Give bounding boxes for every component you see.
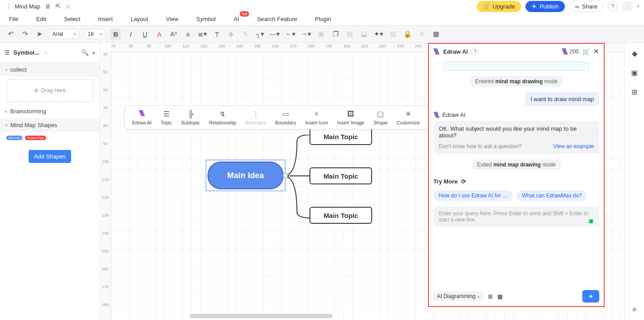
flt-boundary[interactable]: ▭Boundary — [271, 109, 301, 126]
ai-suggestion-1[interactable]: How do I use Edraw AI for … — [433, 190, 513, 201]
font-select[interactable]: Arial▾ — [49, 29, 79, 39]
effects-button[interactable]: ✦▾ — [374, 30, 383, 38]
cart-icon[interactable]: 🛒 — [582, 48, 590, 55]
export-icon[interactable]: ⇱ — [55, 3, 61, 10]
horizontal-scrollbar[interactable] — [190, 314, 333, 318]
template-icon[interactable]: ▦ — [497, 293, 503, 300]
ai-suggestion-2[interactable]: What can EdrawMax do? — [517, 190, 587, 201]
copy-button[interactable]: ❐ — [331, 30, 340, 38]
refresh-icon[interactable]: ⟳ — [461, 178, 466, 185]
save-icon[interactable]: 🗎 — [45, 3, 51, 10]
fill-button[interactable]: ◆ — [227, 30, 236, 38]
fill-tool-icon[interactable]: ◆ — [632, 49, 637, 58]
lock-icon[interactable]: 🔒 — [403, 30, 412, 38]
flt-insert-image[interactable]: 🖼Insert Image — [333, 109, 369, 126]
connector-style-button[interactable]: ┐▾ — [255, 30, 264, 38]
node-handle[interactable] — [283, 173, 288, 178]
pointer-icon[interactable]: ➤ — [35, 30, 44, 38]
flt-customize[interactable]: ✳Customize — [392, 109, 424, 126]
shape-main-idea[interactable]: Main Idea — [6, 136, 22, 140]
flt-edraw-ai[interactable]: Edraw AI — [127, 109, 156, 126]
share-button[interactable]: ∞Share — [569, 1, 603, 12]
help-icon[interactable]: ? — [608, 1, 618, 11]
undo-icon[interactable]: ↶ — [6, 30, 15, 38]
group-button[interactable]: ▣ — [317, 30, 326, 38]
menu-plugin[interactable]: Plugin — [315, 16, 331, 22]
flt-subtopic[interactable]: ╠Subtopic — [177, 109, 205, 126]
cursor-indicator — [589, 219, 593, 223]
back-icon[interactable]: 〈 — [4, 2, 10, 10]
menu-layout[interactable]: Layout — [131, 16, 148, 22]
chevron-double-icon[interactable]: » — [44, 51, 47, 55]
canvas[interactable]: 7080901001101201301401501601701801902002… — [100, 43, 624, 320]
arrow-start-button[interactable]: ←▾ — [285, 30, 296, 38]
underline-button[interactable]: U — [140, 30, 149, 38]
attach-icon[interactable]: ⊞ — [488, 293, 493, 300]
upgrade-button[interactable]: 🛒Upgrade — [477, 1, 521, 12]
node-topic-1[interactable]: Main Topic — [309, 128, 372, 145]
tools-icon[interactable]: ✕ — [417, 30, 426, 38]
drag-zone[interactable]: ⊕Drag Here — [6, 79, 93, 102]
search-icon[interactable]: 🔍 — [81, 49, 89, 56]
grid-tool-icon[interactable]: ⊞ — [631, 88, 637, 96]
ai-body: Entered mind map drawing mode I want to … — [429, 59, 604, 286]
close-icon[interactable]: ✕ — [593, 47, 599, 55]
menu-symbol[interactable]: Symbol — [196, 16, 216, 22]
shape-previews: Main Idea Floating Topic — [0, 132, 100, 144]
pen-button[interactable]: ✎ — [241, 30, 250, 38]
avatar-menu-chevron[interactable]: ▾ — [637, 4, 640, 9]
distribute-button[interactable]: ⬓ — [360, 30, 369, 38]
ruler-vertical: 405060708090100110120130140150160170180 — [100, 52, 111, 320]
sidebar-section-mindmap[interactable]: ▾Mind Map Shapes — [0, 118, 100, 132]
menu-insert[interactable]: Insert — [98, 16, 113, 22]
node-main-idea[interactable]: Main Idea — [208, 162, 284, 189]
send-icon: ✈ — [532, 3, 537, 10]
menu-view[interactable]: View — [166, 16, 178, 22]
star-icon[interactable]: ☆ — [65, 3, 71, 10]
font-size-select[interactable]: 18▾ — [85, 29, 105, 39]
shape-floating-topic[interactable]: Floating Topic — [25, 136, 46, 140]
library-icon[interactable]: ☰ — [4, 49, 10, 56]
style-tool-icon[interactable]: ▣ — [631, 68, 638, 77]
hot-badge: hot — [240, 11, 249, 17]
flt-topic[interactable]: ☰Topic — [156, 109, 177, 126]
align-left-button[interactable]: ≡ — [183, 30, 192, 38]
properties-icon[interactable]: ▦ — [432, 30, 441, 38]
ai-input[interactable]: Enter your query here. Press Enter to se… — [433, 206, 599, 227]
send-icon: ✈ — [589, 293, 593, 300]
font-color-button[interactable]: A — [155, 30, 164, 38]
arrow-end-button[interactable]: →▾ — [301, 30, 311, 38]
align-shapes-button[interactable]: ▤ — [345, 30, 354, 38]
italic-button[interactable]: I — [126, 30, 135, 38]
menu-search-feature[interactable]: Search Feature — [257, 16, 297, 22]
line-style-button[interactable]: —▾ — [270, 30, 280, 38]
text-button[interactable]: T — [212, 30, 221, 38]
collapse-icon[interactable]: « — [92, 49, 95, 56]
sidebar-section-brainstorming[interactable]: ▸Brainstorming — [0, 104, 100, 118]
ai-suggestions: How do I use Edraw AI for … What can Edr… — [433, 190, 599, 201]
ai-help-icon[interactable]: ? — [471, 48, 479, 55]
add-shapes-button[interactable]: Add Shapes — [29, 150, 71, 163]
send-button[interactable]: ✈ — [582, 290, 599, 303]
node-topic-2[interactable]: Main Topic — [309, 167, 372, 184]
node-topic-3[interactable]: Main Topic — [309, 207, 372, 224]
case-button[interactable]: Aᵃ — [169, 30, 178, 38]
redo-icon[interactable]: ↷ — [21, 30, 30, 38]
view-example-link[interactable]: View an example — [553, 143, 594, 149]
menu-edit[interactable]: Edit — [36, 16, 46, 22]
line-spacing-button[interactable]: ≣▾ — [198, 30, 207, 38]
ai-mode-select[interactable]: AI Diagramming▴ — [433, 291, 483, 301]
menu-select[interactable]: Select — [64, 16, 80, 22]
sidebar-section-collect[interactable]: ▾collect — [0, 63, 100, 77]
settings-tool-icon[interactable]: ≡ — [632, 306, 636, 314]
avatar[interactable]: - — [622, 1, 633, 12]
flt-insert-icon[interactable]: ✧Insert Icon — [301, 109, 332, 126]
ai-ghost-line — [443, 62, 589, 71]
menu-ai[interactable]: AIhot — [233, 16, 239, 22]
flt-shape[interactable]: ▢Shape — [369, 109, 392, 126]
flt-relationship[interactable]: ↯Relationship — [205, 109, 241, 126]
publish-button[interactable]: ✈Publish — [525, 1, 565, 12]
bold-button[interactable]: B — [110, 29, 121, 40]
menu-file[interactable]: File — [9, 16, 18, 22]
crop-button[interactable]: ▧ — [389, 30, 398, 38]
